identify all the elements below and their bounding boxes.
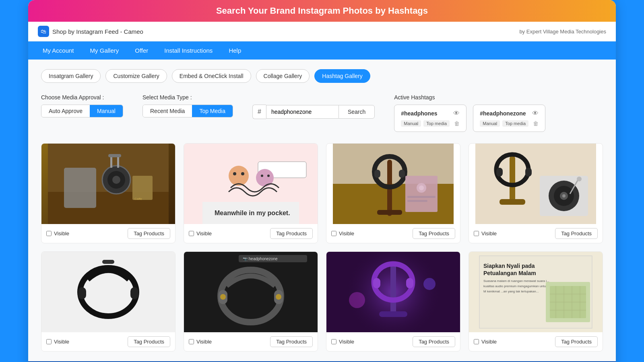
svg-point-48	[577, 177, 582, 181]
media-card-7: Visible Tag Products	[326, 251, 460, 352]
svg-rect-68	[406, 278, 413, 288]
tag-products-btn-3[interactable]: Tag Products	[413, 228, 455, 239]
tag-products-btn-1[interactable]: Tag Products	[128, 228, 170, 239]
hashtag-input[interactable]	[266, 105, 339, 119]
delete-icon-2[interactable]: 🗑	[533, 120, 539, 127]
svg-text:Caffe: Caffe	[134, 197, 142, 201]
tab-embed-oneclick[interactable]: Embed & OneClick Install	[172, 69, 251, 83]
visible-checkbox-4[interactable]	[474, 231, 479, 236]
visible-checkbox-2[interactable]	[189, 231, 194, 236]
main-content: Insatgram Gallery Customize Gallery Embe…	[28, 60, 616, 361]
visible-check-7[interactable]: Visible	[331, 339, 354, 345]
visible-check-6[interactable]: Visible	[189, 339, 212, 345]
svg-text:📷 headphonezone: 📷 headphonezone	[243, 256, 278, 261]
active-hashtags-label: Active Hashtags	[394, 94, 603, 101]
svg-text:Siapkan Nyali pada: Siapkan Nyali pada	[483, 263, 535, 269]
active-hashtags-section: Active Hashtags #headphones 👁 Manual Top…	[394, 94, 603, 132]
visible-checkbox-1[interactable]	[46, 231, 52, 236]
search-button[interactable]: Search	[339, 105, 375, 119]
recent-media-btn[interactable]: Recent Media	[143, 105, 192, 117]
visible-checkbox-3[interactable]	[331, 231, 336, 236]
svg-rect-9	[132, 176, 153, 200]
hashtag-name-1: #headphones	[401, 110, 437, 117]
svg-point-17	[233, 172, 236, 175]
hashtag-name-2: #headphonezone	[480, 110, 526, 117]
media-card-footer-6: Visible Tag Products	[184, 332, 318, 351]
svg-rect-6	[110, 156, 112, 168]
manual-btn[interactable]: Manual	[90, 105, 123, 117]
media-card-8: Siapkan Nyali pada Petualangan Malam Sua…	[469, 251, 603, 352]
visible-check-4[interactable]: Visible	[474, 230, 497, 237]
tag-products-btn-4[interactable]: Tag Products	[555, 228, 598, 239]
media-type-group: Select Media Type : Recent Media Top Med…	[142, 94, 233, 117]
visible-check-3[interactable]: Visible	[331, 230, 354, 237]
svg-point-60	[220, 294, 226, 300]
top-media-btn[interactable]: Top Media	[192, 105, 233, 117]
eye-icon-1[interactable]: 👁	[453, 110, 460, 117]
tab-instagram-gallery[interactable]: Insatgram Gallery	[41, 69, 101, 83]
svg-text:kualitas audio premium mengagu: kualitas audio premium mengagumkan untuk	[483, 284, 548, 288]
media-approval-group: Choose Media Approval : Auto Approve Man…	[41, 94, 123, 117]
svg-rect-37	[510, 156, 515, 204]
eye-icon-2[interactable]: 👁	[532, 110, 539, 117]
app-header: 🛍 Shop by Instagram Feed - Cameo by Expe…	[28, 22, 616, 41]
auto-approve-btn[interactable]: Auto Approve	[41, 105, 90, 117]
tag-products-btn-6[interactable]: Tag Products	[270, 336, 313, 347]
hashtag-card-1: #headphones 👁 Manual Top media 🗑	[394, 105, 466, 132]
nav-item-help[interactable]: Help	[221, 41, 249, 60]
visible-check-1[interactable]: Visible	[46, 230, 69, 237]
svg-rect-51	[78, 287, 86, 299]
media-card-5: Visible Tag Products	[41, 251, 175, 352]
visible-label-1: Visible	[54, 230, 69, 237]
media-card-4: Visible Tag Products	[469, 143, 603, 243]
media-image-6: 📷 headphonezone	[184, 252, 318, 332]
visible-check-8[interactable]: Visible	[474, 339, 497, 345]
visible-label-3: Visible	[339, 230, 354, 237]
media-image-1: Caffe	[41, 144, 175, 224]
svg-rect-67	[373, 278, 380, 288]
tag-products-btn-7[interactable]: Tag Products	[413, 336, 455, 347]
media-grid: Caffe Visible Tag Products Make anothe	[41, 143, 603, 352]
tab-customize-gallery[interactable]: Customize Gallery	[105, 69, 167, 83]
visible-checkbox-7[interactable]	[331, 339, 336, 344]
visible-checkbox-8[interactable]	[474, 339, 479, 344]
svg-rect-53	[102, 260, 114, 264]
visible-checkbox-6[interactable]	[189, 339, 194, 344]
media-card-2: Make another right there	[184, 143, 318, 243]
visible-label-4: Visible	[481, 230, 497, 237]
media-type-label: Select Media Type :	[142, 94, 233, 101]
nav-item-install-instructions[interactable]: Install Instructions	[156, 41, 221, 60]
tag-products-btn-8[interactable]: Tag Products	[555, 336, 598, 347]
delete-icon-1[interactable]: 🗑	[454, 120, 460, 127]
media-card-footer-3: Visible Tag Products	[326, 224, 460, 243]
svg-rect-65	[379, 311, 407, 317]
visible-label-8: Visible	[481, 339, 497, 345]
svg-point-21	[267, 175, 270, 177]
svg-rect-31	[405, 176, 438, 212]
svg-text:Suasana malam di ruangan meraw: Suasana malam di ruangan merawat suara i…	[483, 279, 549, 283]
nav-item-my-account[interactable]: My Account	[35, 41, 82, 60]
tag-products-btn-5[interactable]: Tag Products	[128, 336, 170, 347]
media-card-footer-2: Visible Tag Products	[184, 224, 318, 243]
nav-item-offer[interactable]: Offer	[127, 41, 156, 60]
media-image-8: Siapkan Nyali pada Petualangan Malam Sua…	[469, 252, 603, 332]
nav-item-my-gallery[interactable]: My Gallery	[82, 41, 127, 60]
svg-point-16	[229, 166, 249, 186]
tab-collage-gallery[interactable]: Collage Gallery	[256, 69, 310, 83]
controls-row: Choose Media Approval : Auto Approve Man…	[41, 94, 603, 132]
visible-label-6: Visible	[196, 339, 212, 345]
media-image-4	[469, 144, 603, 224]
hashtag-card-footer-2: Manual Top media 🗑	[480, 120, 539, 127]
media-card-footer-8: Visible Tag Products	[469, 332, 603, 351]
top-banner: Search Your Brand Instagram Photos by Ha…	[28, 0, 616, 22]
visible-checkbox-5[interactable]	[46, 339, 52, 344]
hashtag-tags-2: Manual Top media	[480, 120, 528, 127]
visible-check-5[interactable]: Visible	[46, 339, 69, 345]
tag-products-btn-2[interactable]: Tag Products	[270, 228, 313, 239]
svg-point-20	[261, 175, 263, 177]
svg-rect-38	[500, 199, 525, 205]
svg-text:Petualangan Malam: Petualangan Malam	[483, 270, 536, 276]
visible-check-2[interactable]: Visible	[189, 230, 212, 237]
svg-rect-35	[407, 200, 427, 202]
tab-hashtag-gallery[interactable]: Hashtag Gallery	[314, 69, 370, 83]
